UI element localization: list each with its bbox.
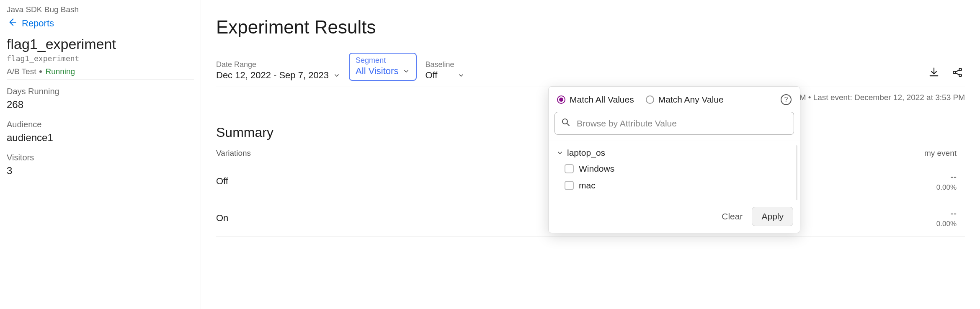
match-all-label: Match All Values [570, 95, 634, 105]
segment-value: All Visitors [356, 66, 398, 77]
attribute-list: laptop_os Windows mac [549, 141, 800, 200]
main-content: Experiment Results Date Range Dec 12, 20… [201, 0, 980, 309]
event-pct: 0.00% [936, 219, 957, 229]
radio-icon [557, 95, 565, 104]
match-all-radio[interactable]: Match All Values [557, 95, 634, 105]
visitors-value: 3 [7, 165, 194, 177]
days-running-label: Days Running [7, 87, 194, 96]
help-icon[interactable]: ? [781, 94, 792, 105]
filter-row: Date Range Dec 12, 2022 - Sep 7, 2023 Se… [216, 53, 965, 81]
audience-value: audience1 [7, 132, 194, 144]
match-any-label: Match Any Value [658, 95, 724, 105]
attribute-option[interactable]: Windows [554, 160, 794, 177]
attribute-option[interactable]: mac [554, 177, 794, 194]
divider [7, 80, 194, 80]
baseline-filter[interactable]: Baseline Off [425, 60, 465, 81]
experiment-title: flag1_experiment [7, 36, 194, 52]
clear-button[interactable]: Clear [722, 211, 743, 221]
attribute-search-input[interactable] [576, 118, 788, 129]
attribute-group-name: laptop_os [567, 148, 605, 158]
share-icon [952, 67, 963, 80]
apply-button[interactable]: Apply [752, 207, 793, 226]
date-range-value: Dec 12, 2022 - Sep 7, 2023 [216, 70, 329, 81]
date-range-label: Date Range [216, 60, 340, 69]
arrow-left-icon [7, 17, 18, 30]
baseline-label: Baseline [425, 60, 465, 69]
share-button[interactable] [950, 66, 965, 81]
checkbox-icon [565, 164, 574, 173]
status-row: A/B Test Running [7, 67, 194, 76]
sidebar: Java SDK Bug Bash Reports flag1_experime… [0, 0, 201, 309]
segment-filter[interactable]: Segment All Visitors [349, 53, 417, 81]
chevron-down-icon [556, 149, 564, 157]
match-any-radio[interactable]: Match Any Value [646, 95, 724, 105]
test-type: A/B Test [7, 67, 36, 76]
event-value: -- [950, 208, 957, 220]
status-badge: Running [45, 67, 75, 76]
date-range-filter[interactable]: Date Range Dec 12, 2022 - Sep 7, 2023 [216, 60, 340, 81]
download-icon [928, 67, 940, 80]
download-button[interactable] [926, 66, 941, 81]
audience-label: Audience [7, 120, 194, 129]
checkbox-icon [565, 181, 574, 190]
segment-label: Segment [356, 56, 410, 65]
segment-popover: Match All Values Match Any Value ? [548, 86, 800, 233]
back-to-reports[interactable]: Reports [7, 17, 194, 30]
dot-separator [39, 70, 42, 73]
scrollbar[interactable] [796, 145, 797, 200]
experiment-key: flag1_experiment [7, 54, 194, 63]
event-value: -- [950, 171, 957, 183]
chevron-down-icon [402, 67, 410, 75]
col-variations: Variations [216, 149, 484, 158]
breadcrumb[interactable]: Java SDK Bug Bash [7, 5, 194, 14]
radio-icon [646, 95, 654, 104]
back-label: Reports [22, 18, 54, 29]
attribute-group[interactable]: laptop_os [554, 145, 794, 160]
attribute-option-label: mac [579, 180, 596, 191]
search-icon [561, 117, 571, 129]
event-pct: 0.00% [936, 183, 957, 192]
days-running-value: 268 [7, 99, 194, 111]
variation-name: On [216, 213, 484, 224]
attribute-option-label: Windows [579, 164, 614, 174]
chevron-down-icon [457, 72, 465, 79]
page-title: Experiment Results [216, 17, 965, 38]
visitors-label: Visitors [7, 153, 194, 162]
variation-name: Off [216, 176, 484, 187]
attribute-search[interactable] [554, 112, 794, 135]
chevron-down-icon [333, 72, 340, 79]
baseline-value: Off [425, 70, 437, 81]
svg-point-3 [562, 119, 567, 124]
